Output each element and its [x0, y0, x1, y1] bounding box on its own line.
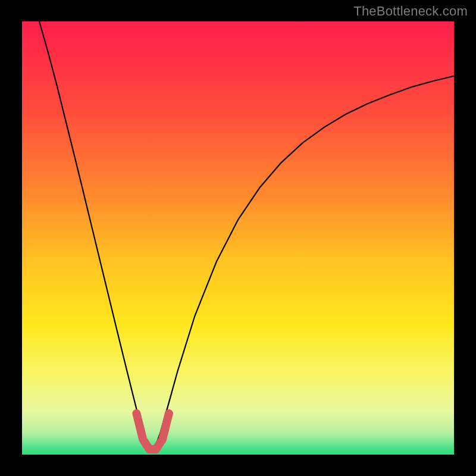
chart-container: TheBottleneck.com: [0, 0, 476, 476]
plot-background: [22, 21, 454, 455]
bottleneck-chart: [0, 0, 476, 476]
watermark-text: TheBottleneck.com: [353, 4, 468, 19]
